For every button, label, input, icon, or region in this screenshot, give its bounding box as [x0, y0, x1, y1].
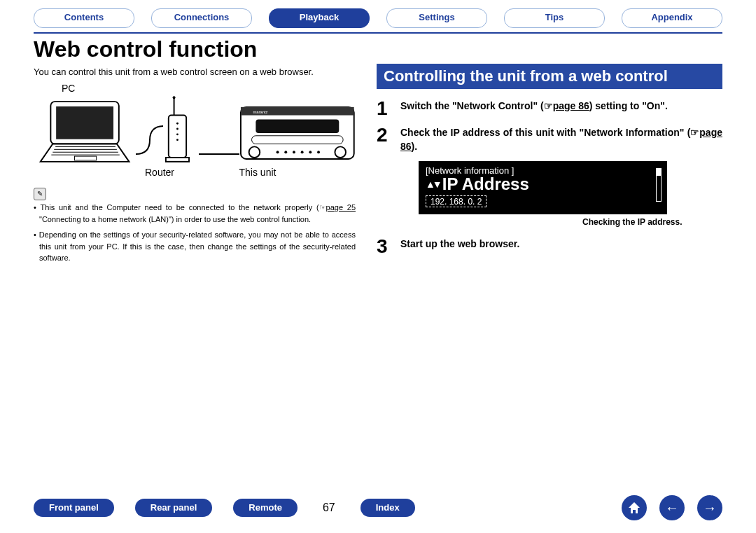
- svg-rect-19: [256, 119, 340, 132]
- svg-point-26: [301, 151, 304, 153]
- home-icon: [627, 501, 641, 515]
- tab-playback[interactable]: Playback: [269, 8, 370, 28]
- footer-index[interactable]: Index: [360, 499, 415, 517]
- note-icon: ✎: [34, 188, 46, 200]
- display-ip-value: 192. 168. 0. 2: [426, 195, 486, 207]
- display-caption: Checking the IP address.: [582, 217, 722, 227]
- router-icon: [163, 95, 199, 165]
- svg-point-23: [276, 151, 279, 153]
- svg-point-22: [335, 146, 346, 158]
- svg-point-21: [249, 146, 260, 158]
- tab-appendix[interactable]: Appendix: [622, 8, 722, 28]
- arrow-right-icon: →: [703, 500, 717, 516]
- top-tabs: Contents Connections Playback Settings T…: [34, 8, 722, 28]
- footer-front-panel[interactable]: Front panel: [34, 499, 114, 517]
- svg-point-9: [173, 96, 176, 99]
- display-ip-label: IP Address: [442, 174, 529, 194]
- footer-rear-panel[interactable]: Rear panel: [135, 499, 212, 517]
- tab-tips[interactable]: Tips: [504, 8, 605, 28]
- svg-point-25: [293, 151, 295, 153]
- link-page25[interactable]: page 25: [326, 203, 356, 212]
- updown-icon: ▲▼: [426, 179, 440, 190]
- svg-rect-1: [56, 106, 113, 139]
- step-3: 3 Start up the web browser.: [377, 237, 722, 256]
- label-pc: PC: [62, 83, 356, 94]
- svg-point-24: [285, 151, 288, 153]
- section-heading: Controlling the unit from a web control: [377, 64, 722, 89]
- home-button[interactable]: [622, 495, 647, 520]
- footer-remote[interactable]: Remote: [233, 499, 298, 517]
- page-title: Web control function: [34, 36, 722, 62]
- svg-rect-20: [252, 136, 344, 144]
- divider: [34, 32, 722, 34]
- svg-point-28: [317, 151, 320, 153]
- connection-diagram: marantz: [34, 95, 356, 165]
- svg-rect-15: [166, 158, 189, 162]
- link-page86a[interactable]: page 86: [553, 100, 589, 111]
- svg-point-14: [176, 139, 178, 141]
- svg-point-27: [309, 151, 312, 153]
- tab-settings[interactable]: Settings: [386, 8, 487, 28]
- footer-nav: Front panel Rear panel Remote 67 Index ←…: [0, 495, 756, 520]
- svg-rect-10: [169, 116, 186, 158]
- laptop-icon: [34, 98, 136, 165]
- next-button[interactable]: →: [697, 495, 722, 520]
- svg-point-11: [176, 123, 178, 125]
- notes: • This unit and the Computer need to be …: [34, 202, 356, 264]
- scrollbar-icon: [656, 168, 662, 202]
- cable-icon: [199, 98, 239, 165]
- svg-point-13: [176, 133, 178, 135]
- intro-text: You can control this unit from a web con…: [34, 67, 356, 77]
- cable-icon: [136, 98, 163, 165]
- unit-icon: marantz: [239, 95, 356, 165]
- step-1: 1 Switch the "Network Control" (☞page 86…: [377, 99, 722, 118]
- svg-point-12: [176, 128, 178, 130]
- svg-rect-7: [74, 156, 96, 160]
- tab-connections[interactable]: Connections: [151, 8, 252, 28]
- svg-text:marantz: marantz: [253, 110, 268, 114]
- device-display: [Network information ] ▲▼ IP Address 192…: [419, 161, 667, 214]
- prev-button[interactable]: ←: [659, 495, 685, 520]
- label-unit: This unit: [202, 167, 314, 178]
- arrow-left-icon: ←: [665, 500, 679, 516]
- step-2: 2 Check the IP address of this unit with…: [377, 125, 722, 154]
- page-number: 67: [323, 501, 335, 514]
- label-router: Router: [118, 167, 202, 178]
- tab-contents[interactable]: Contents: [34, 8, 134, 28]
